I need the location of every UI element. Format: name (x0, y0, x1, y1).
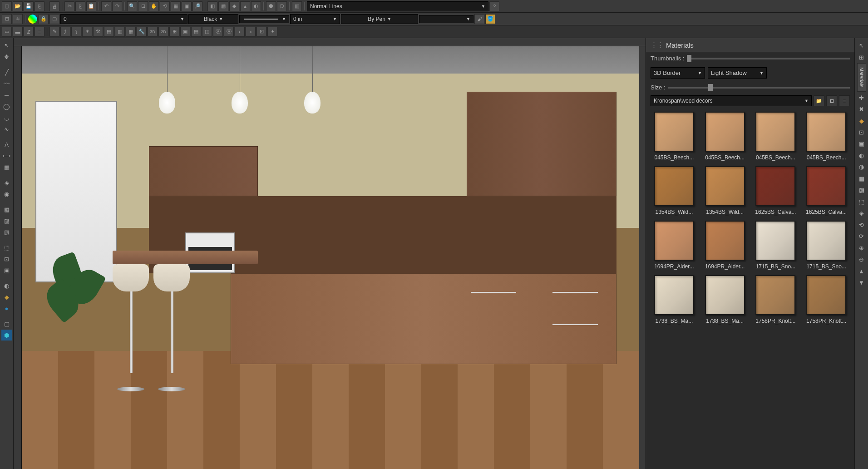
ruler-horizontal[interactable] (14, 38, 646, 46)
tool-e-icon[interactable]: ◐ (251, 1, 261, 11)
tool-v1-icon[interactable]: ▢ (1, 318, 12, 329)
t3-n-icon[interactable]: ▣ (180, 27, 190, 37)
t3-e-icon[interactable]: ⤴ (60, 27, 70, 37)
t3-r-icon[interactable]: Ⓐ (224, 27, 234, 37)
orbit-icon[interactable]: ⟲ (160, 1, 170, 11)
square-icon[interactable]: ▢ (49, 14, 59, 24)
material-thumb[interactable]: 1738_BS_Ma... (701, 275, 749, 324)
panel-title-bar[interactable]: ⋮⋮ Materials (646, 38, 854, 52)
window-icon[interactable]: ▦ (171, 1, 181, 11)
material-thumb[interactable]: 1694PR_Alder... (651, 221, 698, 270)
rt-f-icon[interactable]: ▣ (856, 138, 867, 149)
saveall-icon[interactable]: ⎘ (35, 1, 44, 11)
select-tool-icon[interactable]: ↖ (1, 40, 12, 51)
curve-tool-icon[interactable]: ∿ (1, 123, 12, 134)
text-tool-icon[interactable]: A (1, 139, 12, 150)
browse-button[interactable]: 📁 (814, 95, 824, 106)
paste-icon[interactable]: 📋 (86, 1, 96, 11)
lock-icon[interactable]: 🔒 (39, 14, 49, 24)
move-tool-icon[interactable]: ✥ (1, 51, 12, 62)
tool-w1-icon[interactable]: ◐ (1, 280, 12, 291)
t3-z-icon[interactable]: Z (24, 27, 34, 37)
t3-s-icon[interactable]: ▪ (235, 27, 245, 37)
rt-m-icon[interactable]: ⟲ (856, 220, 867, 231)
rt-p-icon[interactable]: ⊖ (856, 254, 867, 265)
rt-i-icon[interactable]: ▦ (856, 173, 867, 184)
t3-f-icon[interactable]: ⤵ (71, 27, 81, 37)
view-a-button[interactable]: ⊞ (826, 95, 837, 106)
tool-v2-icon[interactable]: ⬢ (1, 330, 12, 341)
print-icon[interactable]: 🖨 (49, 1, 59, 11)
polyline-tool-icon[interactable]: 〰 (1, 78, 12, 89)
rt-j-icon[interactable]: ▩ (856, 185, 867, 196)
rt-k-icon[interactable]: ⬚ (856, 197, 867, 207)
t3-l-icon[interactable]: 🔧 (137, 27, 147, 37)
rt-e-icon[interactable]: ⊡ (856, 127, 867, 138)
extent-icon[interactable]: ▣ (182, 1, 192, 11)
tool-h-icon[interactable]: ▥ (292, 1, 302, 11)
dim-tool-icon[interactable]: ⟷ (1, 150, 12, 161)
material-thumb[interactable]: 1758PR_Knott... (752, 275, 799, 324)
t3-p-icon[interactable]: ◫ (202, 27, 212, 37)
help-icon[interactable]: ? (489, 1, 499, 11)
tool-x2-icon[interactable]: ◉ (1, 188, 12, 199)
material-thumb[interactable]: 045BS_Beech... (701, 112, 749, 161)
t3-q-icon[interactable]: Ⓐ (213, 27, 223, 37)
size-slider[interactable] (668, 87, 850, 89)
material-thumb[interactable]: 045BS_Beech... (651, 112, 698, 161)
viewport-3d[interactable] (22, 46, 639, 469)
t3-g-icon[interactable]: ✶ (82, 27, 92, 37)
line-tool-icon[interactable]: ╱ (1, 67, 12, 78)
tool-a-icon[interactable]: ◧ (207, 1, 217, 11)
material-thumb[interactable]: 1715_BS_Sno... (803, 221, 850, 270)
tool-z3-icon[interactable]: ▣ (1, 265, 12, 276)
rt-h-icon[interactable]: ◑ (856, 162, 867, 173)
tool-y2-icon[interactable]: ▨ (1, 215, 12, 226)
zoom-icon[interactable]: 🔍 (127, 1, 137, 11)
t3-v-icon[interactable]: ✦ (267, 27, 277, 37)
ruler-vertical[interactable] (14, 46, 22, 469)
save-icon[interactable]: 💾 (24, 1, 34, 11)
extra-dropdown[interactable]: ▼ (419, 15, 473, 23)
pan-icon[interactable]: ✋ (149, 1, 159, 11)
rt-n-icon[interactable]: ⟳ (856, 231, 867, 242)
layer-dropdown[interactable]: 0 ▼ (60, 14, 187, 24)
undo-icon[interactable]: ↶ (101, 1, 111, 11)
tool-x1-icon[interactable]: ◈ (1, 177, 12, 188)
border-mode-dropdown[interactable]: 3D Border ▼ (651, 67, 705, 79)
copy-icon[interactable]: ⎘ (75, 1, 85, 11)
new-icon[interactable]: ▢ (2, 1, 12, 11)
arc-tool-icon[interactable]: ◡ (1, 112, 12, 123)
material-thumb[interactable]: 1694PR_Alder... (701, 221, 749, 270)
shadow-mode-dropdown[interactable]: Light Shadow ▼ (708, 67, 767, 79)
thumbnails-slider[interactable] (687, 58, 850, 59)
zoomfit-icon[interactable]: ⊡ (138, 1, 148, 11)
tool-y3-icon[interactable]: ▧ (1, 227, 12, 237)
rt-d-icon[interactable]: ◆ (856, 116, 867, 127)
t3-k-icon[interactable]: ▦ (126, 27, 136, 37)
tool-g-icon[interactable]: ⬡ (277, 1, 287, 11)
rt-select-icon[interactable]: ↖ (856, 40, 867, 51)
layer-a-icon[interactable]: ⊞ (2, 14, 12, 24)
t3-b-icon[interactable]: ▬ (13, 27, 23, 37)
hatch-tool-icon[interactable]: ▦ (1, 162, 12, 173)
t3-3d-icon[interactable]: 3D (148, 27, 158, 37)
t3-m-icon[interactable]: ⊞ (169, 27, 179, 37)
rt-g-icon[interactable]: ◐ (856, 150, 867, 161)
line2-tool-icon[interactable]: ─ (1, 89, 12, 100)
color-swatch-icon[interactable] (28, 14, 38, 24)
material-thumb[interactable]: 045BS_Beech... (803, 112, 850, 161)
rt-a-icon[interactable]: ⊞ (856, 52, 867, 63)
cut-icon[interactable]: ✂ (64, 1, 74, 11)
tool-z2-icon[interactable]: ⊡ (1, 253, 12, 264)
rt-o-icon[interactable]: ⊕ (856, 243, 867, 254)
brush-icon[interactable]: 🖌 (474, 14, 484, 24)
tool-z1-icon[interactable]: ⬚ (1, 242, 12, 253)
rt-b-icon[interactable]: ✚ (856, 93, 867, 104)
t3-t-icon[interactable]: ▫ (246, 27, 256, 37)
tool-b-icon[interactable]: ▩ (218, 1, 228, 11)
t3-a-icon[interactable]: ▭ (2, 27, 12, 37)
material-thumb[interactable]: 1625BS_Calva... (803, 166, 850, 215)
view-mode-dropdown[interactable]: Normal Lines ▼ (307, 1, 488, 11)
linestyle-dropdown[interactable]: By Pen ▼ (341, 14, 418, 24)
